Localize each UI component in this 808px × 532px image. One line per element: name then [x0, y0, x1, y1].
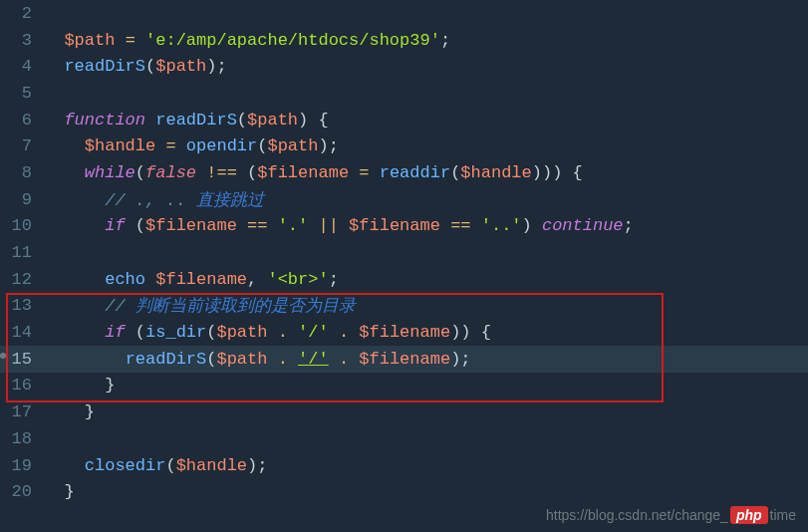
- line-number: 5: [0, 84, 44, 103]
- code-line: 10 if ($filename == '.' || $filename == …: [0, 213, 808, 240]
- line-number: 9: [0, 190, 44, 209]
- code-line: 13 // 判断当前读取到的是否为目录: [0, 293, 808, 320]
- watermark-prefix: https://blog.csdn.net/change_: [546, 507, 728, 523]
- line-number: 13: [0, 296, 44, 315]
- line-number: 6: [0, 111, 44, 130]
- code-line: 4 readDirS($path);: [0, 53, 808, 80]
- code-content: readDirS($path . '/' . $filename);: [44, 350, 808, 369]
- code-content: readDirS($path);: [44, 57, 808, 76]
- line-number: 4: [0, 57, 44, 76]
- code-line: 8 while(false !== ($filename = readdir($…: [0, 159, 808, 186]
- code-line: 18: [0, 425, 808, 452]
- code-content: echo $filename, '<br>';: [44, 270, 808, 289]
- code-line: 17 }: [0, 399, 808, 425]
- line-number: 12: [0, 270, 44, 289]
- code-content: $handle = opendir($path);: [44, 136, 808, 155]
- gutter-marker-icon: [0, 353, 6, 359]
- watermark-badge: php: [730, 506, 768, 524]
- line-number: 8: [0, 163, 44, 182]
- code-line: 11: [0, 239, 808, 266]
- line-number: 18: [0, 429, 44, 448]
- code-content: if (is_dir($path . '/' . $filename)) {: [44, 323, 808, 342]
- code-content: while(false !== ($filename = readdir($ha…: [44, 163, 808, 182]
- line-number: 19: [0, 456, 44, 475]
- code-line: 3 $path = 'e:/amp/apache/htdocs/shop39';: [0, 27, 808, 54]
- line-number: 11: [0, 243, 44, 262]
- code-content: // ., .. 直接跳过: [44, 188, 808, 211]
- line-number: 16: [0, 376, 44, 395]
- code-content: }: [44, 482, 808, 501]
- code-line: 16 }: [0, 373, 808, 399]
- line-number: 10: [0, 216, 44, 235]
- code-content: }: [44, 402, 808, 421]
- code-line: 12 echo $filename, '<br>';: [0, 266, 808, 293]
- code-line: 7 $handle = opendir($path);: [0, 133, 808, 159]
- code-content: if ($filename == '.' || $filename == '..…: [44, 216, 808, 235]
- code-line-current: 15 readDirS($path . '/' . $filename);: [0, 346, 808, 373]
- code-line: 20 }: [0, 478, 808, 505]
- code-content: }: [44, 376, 808, 395]
- line-number: 3: [0, 31, 44, 50]
- line-number: 7: [0, 136, 44, 155]
- code-line: 9 // ., .. 直接跳过: [0, 186, 808, 213]
- line-number: 17: [0, 402, 44, 421]
- code-line: 19 closedir($handle);: [0, 452, 808, 479]
- watermark-text: https://blog.csdn.net/change_phptime: [546, 506, 796, 524]
- code-content: // 判断当前读取到的是否为目录: [44, 294, 808, 317]
- code-line: 5: [0, 80, 808, 107]
- code-content: closedir($handle);: [44, 456, 808, 475]
- code-editor: 2 3 $path = 'e:/amp/apache/htdocs/shop39…: [0, 0, 808, 532]
- code-line: 2: [0, 0, 808, 27]
- code-line: 6 function readDirS($path) {: [0, 107, 808, 133]
- line-number: 2: [0, 4, 44, 23]
- line-number: 15: [0, 350, 44, 369]
- code-content: function readDirS($path) {: [44, 111, 808, 130]
- code-line: 14 if (is_dir($path . '/' . $filename)) …: [0, 319, 808, 346]
- line-number: 14: [0, 323, 44, 342]
- code-content: $path = 'e:/amp/apache/htdocs/shop39';: [44, 31, 808, 50]
- line-number: 20: [0, 482, 44, 501]
- watermark-suffix: time: [770, 507, 796, 523]
